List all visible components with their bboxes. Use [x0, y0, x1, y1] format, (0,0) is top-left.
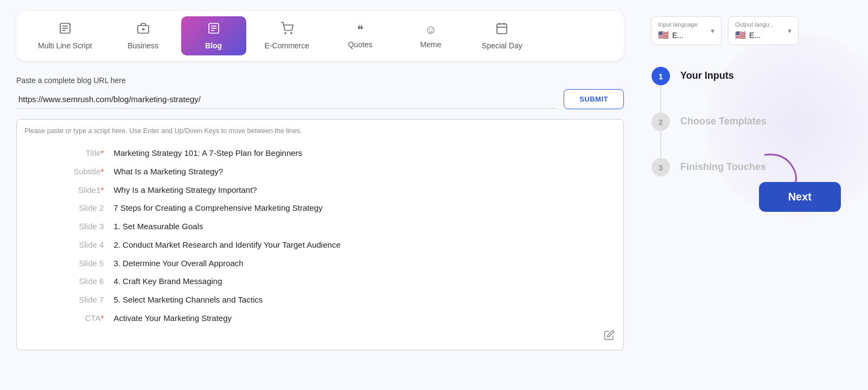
step-circle-2: 2 — [652, 112, 670, 131]
step-label-2: Choose Templates — [680, 112, 767, 127]
right-panel: Input language 🇺🇸 E... ▼ Output langu...… — [640, 0, 868, 390]
tab-business[interactable]: Business — [111, 16, 176, 55]
input-lang-flag: 🇺🇸 — [658, 30, 669, 40]
steps-section: 1 Your Inputs 2 Choose Templates — [651, 67, 852, 177]
script-field-value-4: 1. Set Measurable Goals — [111, 218, 615, 235]
multi-line-script-icon — [59, 22, 72, 38]
meme-icon: ☺ — [425, 23, 437, 37]
tab-blog-label: Blog — [205, 41, 222, 50]
script-editor-wrapper: Please paste or type a script here. Use … — [16, 119, 624, 350]
script-field-value-8: 5. Select Marketing Channels and Tactics — [111, 291, 615, 309]
tab-business-label: Business — [127, 41, 158, 50]
script-row-8: Slide 75. Select Marketing Channels and … — [25, 291, 615, 309]
script-field-value-6: 3. Determine Your Overall Approach — [111, 255, 615, 272]
script-field-value-1: What Is a Marketing Strategy? — [111, 163, 615, 180]
step-label-1: Your Inputs — [680, 67, 734, 81]
script-field-label-4: Slide 3 — [25, 218, 110, 235]
tab-ecommerce-label: E-Commerce — [265, 41, 309, 50]
step-number-1: 1 — [659, 72, 663, 81]
lang-dropdowns: Input language 🇺🇸 E... ▼ Output langu...… — [651, 16, 852, 45]
edit-script-button[interactable] — [604, 330, 615, 343]
tab-quotes-label: Quotes — [348, 40, 372, 49]
tab-blog[interactable]: Blog — [181, 16, 246, 55]
next-button[interactable]: Next — [759, 182, 841, 212]
business-icon — [137, 22, 150, 38]
step-row-3: 3 Finishing Touches — [651, 158, 852, 177]
step-row-1: 1 Your Inputs — [651, 67, 852, 112]
url-input-row: SUBMIT — [16, 89, 624, 109]
quotes-icon: ❝ — [357, 23, 363, 37]
step-number-2: 2 — [659, 117, 663, 127]
output-language-dropdown[interactable]: Output langu... 🇺🇸 E... ▼ — [728, 16, 799, 45]
output-lang-chevron: ▼ — [787, 28, 793, 34]
blog-icon — [207, 22, 220, 38]
output-lang-text: E... — [749, 31, 761, 40]
step-connector-1: 1 — [651, 67, 671, 112]
output-lang-title: Output langu... — [735, 21, 792, 28]
script-field-value-9: Activate Your Marketing Strategy — [111, 310, 615, 327]
script-field-value-2: Why Is a Marketing Strategy Important? — [111, 181, 615, 199]
step-line-1 — [660, 85, 661, 112]
script-field-value-7: 4. Craft Key Brand Messaging — [111, 273, 615, 290]
script-row-0: Title*Marketing Strategy 101: A 7-Step P… — [25, 144, 615, 162]
script-field-value-3: 7 Steps for Creating a Comprehensive Mar… — [111, 199, 615, 217]
tab-meme-label: Meme — [420, 40, 442, 49]
script-field-label-2: Slide1* — [25, 181, 110, 199]
input-lang-value: 🇺🇸 E... — [658, 30, 714, 40]
url-label: Paste a complete blog URL here — [16, 76, 624, 85]
tab-bar: Multi Line Script Business — [16, 11, 624, 61]
script-row-9: CTA*Activate Your Marketing Strategy — [25, 310, 615, 327]
url-section: Paste a complete blog URL here SUBMIT — [16, 76, 624, 109]
script-field-label-8: Slide 7 — [25, 291, 110, 309]
script-row-1: Subtitle*What Is a Marketing Strategy? — [25, 163, 615, 180]
svg-rect-14 — [497, 24, 507, 34]
script-field-label-0: Title* — [25, 144, 110, 162]
script-field-label-7: Slide 6 — [25, 273, 110, 290]
svg-point-12 — [285, 33, 286, 34]
tab-quotes[interactable]: ❝ Quotes — [328, 17, 393, 54]
input-language-dropdown[interactable]: Input language 🇺🇸 E... ▼ — [651, 16, 722, 45]
script-row-6: Slide 53. Determine Your Overall Approac… — [25, 255, 615, 272]
output-lang-flag: 🇺🇸 — [735, 30, 746, 40]
special-day-icon — [495, 22, 508, 38]
script-field-label-5: Slide 4 — [25, 236, 110, 254]
script-field-value-5: 2. Conduct Market Research and Identify … — [111, 236, 615, 254]
script-field-label-3: Slide 2 — [25, 199, 110, 217]
step-line-2 — [660, 131, 661, 158]
step-row-2: 2 Choose Templates — [651, 112, 852, 158]
tab-special-day-label: Special Day — [482, 41, 522, 50]
script-row-3: Slide 27 Steps for Creating a Comprehens… — [25, 199, 615, 217]
tab-multi-line-script[interactable]: Multi Line Script — [25, 16, 105, 55]
script-field-label-9: CTA* — [25, 310, 110, 327]
tab-meme[interactable]: ☺ Meme — [398, 17, 463, 54]
script-row-5: Slide 42. Conduct Market Research and Id… — [25, 236, 615, 254]
script-field-value-0: Marketing Strategy 101: A 7-Step Plan fo… — [111, 144, 615, 162]
script-field-label-6: Slide 5 — [25, 255, 110, 272]
script-row-7: Slide 64. Craft Key Brand Messaging — [25, 273, 615, 290]
svg-point-13 — [291, 33, 292, 34]
submit-button[interactable]: SUBMIT — [564, 89, 624, 109]
output-lang-value: 🇺🇸 E... — [735, 30, 792, 40]
script-editor-table: Title*Marketing Strategy 101: A 7-Step P… — [17, 119, 623, 350]
step-circle-3: 3 — [652, 158, 670, 177]
input-lang-title: Input language — [658, 21, 714, 28]
step-number-3: 3 — [659, 163, 663, 172]
step-connector-2: 2 — [651, 112, 671, 158]
ecommerce-icon — [280, 22, 293, 38]
step-connector-3: 3 — [651, 158, 671, 177]
next-section: Next — [651, 182, 852, 212]
input-lang-text: E... — [672, 31, 684, 40]
content-area: Multi Line Script Business — [0, 0, 640, 390]
input-lang-chevron: ▼ — [710, 28, 716, 34]
tab-multi-line-script-label: Multi Line Script — [38, 41, 92, 50]
step-label-3: Finishing Touches — [680, 158, 766, 173]
script-field-label-1: Subtitle* — [25, 163, 110, 180]
tab-special-day[interactable]: Special Day — [469, 16, 535, 55]
main-container: Multi Line Script Business — [0, 0, 868, 390]
url-input[interactable] — [16, 90, 556, 109]
tab-ecommerce[interactable]: E-Commerce — [252, 16, 322, 55]
script-row-2: Slide1*Why Is a Marketing Strategy Impor… — [25, 181, 615, 199]
script-row-4: Slide 31. Set Measurable Goals — [25, 218, 615, 235]
step-circle-1: 1 — [652, 67, 670, 85]
